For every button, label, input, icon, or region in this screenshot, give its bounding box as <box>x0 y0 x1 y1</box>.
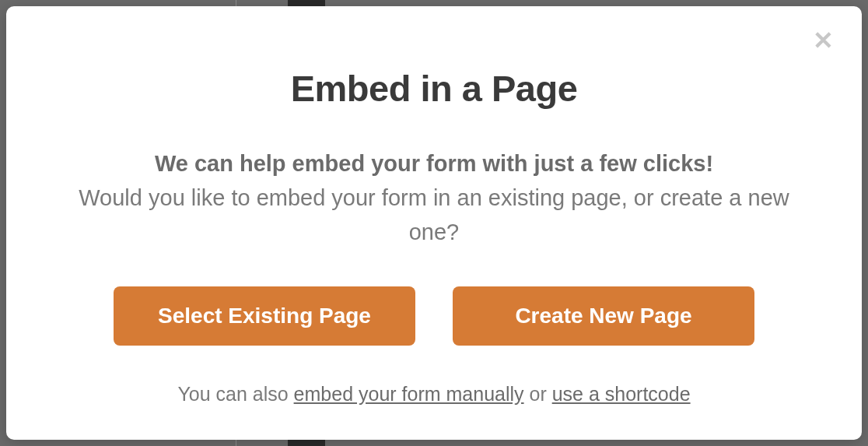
embed-manually-link[interactable]: embed your form manually <box>294 383 524 405</box>
button-row: Select Existing Page Create New Page <box>68 286 800 346</box>
use-shortcode-link[interactable]: use a shortcode <box>552 383 691 405</box>
modal-subtitle: We can help embed your form with just a … <box>68 147 800 180</box>
select-existing-page-button[interactable]: Select Existing Page <box>114 286 415 346</box>
footer-middle: or <box>524 383 552 405</box>
close-icon: ✕ <box>813 28 834 53</box>
footer-text: You can also embed your form manually or… <box>68 383 800 406</box>
create-new-page-button[interactable]: Create New Page <box>453 286 754 346</box>
footer-prefix: You can also <box>177 383 293 405</box>
backdrop-accent <box>288 0 325 6</box>
close-button[interactable]: ✕ <box>810 28 835 53</box>
backdrop-accent-bottom <box>288 440 325 446</box>
modal-question: Would you like to embed your form in an … <box>68 181 800 249</box>
modal-title: Embed in a Page <box>68 67 800 110</box>
embed-modal: ✕ Embed in a Page We can help embed your… <box>6 6 862 440</box>
